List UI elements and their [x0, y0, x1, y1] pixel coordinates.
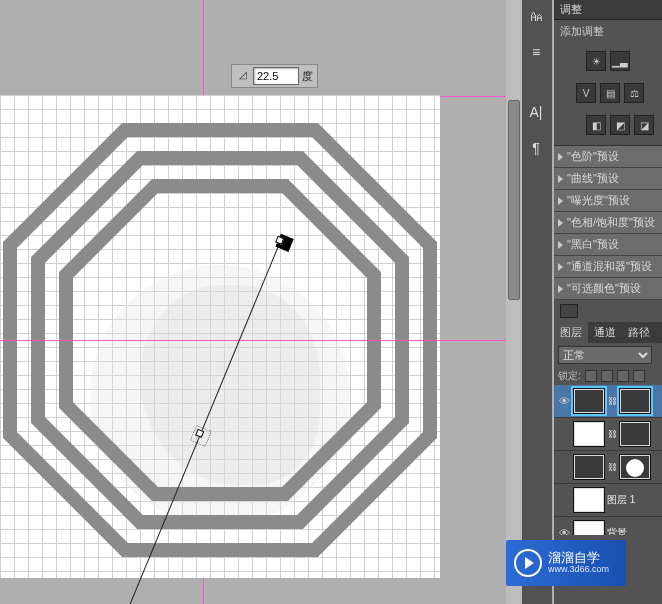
add-adjustment-label: 添加调整 [554, 20, 662, 43]
layer-row[interactable]: 图层 1 [554, 484, 662, 517]
blend-mode-select[interactable]: 正常 [558, 346, 652, 364]
preset-curves[interactable]: "曲线"预设 [554, 168, 662, 190]
adjustments-panel-title: 调整 [554, 0, 662, 20]
canvas-viewport: ◿ 度 [0, 0, 506, 604]
levels-icon[interactable]: ▁▃ [610, 51, 630, 71]
lock-position-icon[interactable] [617, 370, 629, 382]
layer-mask-thumbnail[interactable] [619, 388, 651, 414]
visibility-toggle[interactable] [557, 427, 571, 441]
layer-row[interactable]: 👁 背景 [554, 517, 662, 535]
layer-mask-thumbnail[interactable] [619, 454, 651, 480]
preset-exposure[interactable]: "曝光度"预设 [554, 190, 662, 212]
disclosure-icon [558, 263, 563, 271]
rotation-field: ◿ 度 [231, 64, 318, 88]
preset-label: "色相/饱和度"预设 [567, 215, 655, 230]
transform-center-point[interactable] [195, 429, 204, 438]
mask-link-icon[interactable]: ⛓ [607, 429, 617, 439]
layer-row[interactable]: ⛓ [554, 418, 662, 451]
tab-paths[interactable]: 路径 [622, 322, 656, 343]
photo-filter-icon[interactable]: ◩ [610, 115, 630, 135]
layer-name: 背景 [607, 526, 627, 535]
visibility-toggle[interactable] [557, 460, 571, 474]
pilcrow-icon[interactable]: ¶ [524, 136, 548, 160]
layer-row[interactable]: ⛓ [554, 451, 662, 484]
play-icon [514, 549, 542, 577]
character-panel-icon[interactable]: 🗛 [524, 4, 548, 28]
layers-list: 👁 ⛓ ⛓ ⛓ 图层 1 👁 背景 [554, 385, 662, 535]
disclosure-icon [558, 241, 563, 249]
blend-mode-row: 正常 [554, 343, 662, 367]
preset-levels[interactable]: "色阶"预设 [554, 146, 662, 168]
adjustment-presets-list: "色阶"预设 "曲线"预设 "曝光度"预设 "色相/饱和度"预设 "黑白"预设 … [554, 145, 662, 300]
layer-thumbnail[interactable] [573, 487, 605, 513]
tab-channels[interactable]: 通道 [588, 322, 622, 343]
layer-name: 图层 1 [607, 493, 635, 507]
preset-label: "曲线"预设 [567, 171, 619, 186]
invert-icon[interactable]: ◪ [634, 115, 654, 135]
document-canvas[interactable] [0, 95, 440, 578]
disclosure-icon [558, 153, 563, 161]
lock-transparency-icon[interactable] [585, 370, 597, 382]
vibrance-icon[interactable]: V [576, 83, 596, 103]
adjustment-icons-row-3: ◧ ◩ ◪ [554, 107, 662, 139]
gradient-map-icon[interactable]: ▤ [600, 83, 620, 103]
disclosure-icon [558, 175, 563, 183]
mask-link-icon[interactable]: ⛓ [607, 462, 617, 472]
adjustments-footer [554, 300, 662, 322]
watermark-url: www.3d66.com [548, 565, 609, 575]
rotation-input[interactable] [253, 67, 299, 85]
disclosure-icon [558, 285, 563, 293]
preset-bw[interactable]: "黑白"预设 [554, 234, 662, 256]
visibility-toggle[interactable] [557, 493, 571, 507]
preset-label: "通道混和器"预设 [567, 259, 652, 274]
brightness-contrast-icon[interactable]: ☀ [586, 51, 606, 71]
footer-icon[interactable] [560, 304, 578, 318]
watermark-badge: 溜溜自学 www.3d66.com [506, 540, 626, 586]
preset-label: "可选颜色"预设 [567, 281, 641, 296]
mask-link-icon[interactable]: ⛓ [607, 396, 617, 406]
collapsed-panel-dock: 🗛 ≡ A| ¶ [522, 0, 552, 604]
layer-thumbnail[interactable] [573, 454, 605, 480]
layer-mask-thumbnail[interactable] [619, 421, 651, 447]
watermark-title: 溜溜自学 [548, 551, 609, 565]
right-panel-column: 调整 添加调整 ☀ ▁▃ V ▤ ⚖ ◧ ◩ ◪ "色阶"预设 "曲线"预设 "… [554, 0, 662, 604]
tab-layers[interactable]: 图层 [554, 322, 588, 343]
lock-all-icon[interactable] [633, 370, 645, 382]
scrollbar-thumb[interactable] [508, 100, 520, 300]
visibility-toggle[interactable]: 👁 [557, 394, 571, 408]
layer-thumbnail[interactable] [573, 388, 605, 414]
adjustment-icons-row-1: ☀ ▁▃ [554, 43, 662, 75]
typography-panel-icon[interactable]: A| [524, 100, 548, 124]
paragraph-panel-icon[interactable]: ≡ [524, 40, 548, 64]
disclosure-icon [558, 197, 563, 205]
lock-pixels-icon[interactable] [601, 370, 613, 382]
disclosure-icon [558, 219, 563, 227]
color-balance-icon[interactable]: ⚖ [624, 83, 644, 103]
layers-panel-tabs: 图层 通道 路径 [554, 322, 662, 343]
adjustment-icons-row-2: V ▤ ⚖ [554, 75, 662, 107]
preset-selective-color[interactable]: "可选颜色"预设 [554, 278, 662, 300]
black-white-icon[interactable]: ◧ [586, 115, 606, 135]
layer-thumbnail[interactable] [573, 421, 605, 447]
lock-label: 锁定: [558, 369, 581, 383]
preset-label: "色阶"预设 [567, 149, 619, 164]
preset-channel-mixer[interactable]: "通道混和器"预设 [554, 256, 662, 278]
lock-row: 锁定: [554, 367, 662, 385]
preset-hue-sat[interactable]: "色相/饱和度"预设 [554, 212, 662, 234]
preset-label: "黑白"预设 [567, 237, 619, 252]
rotation-unit: 度 [302, 69, 313, 84]
layer-row[interactable]: 👁 ⛓ [554, 385, 662, 418]
angle-icon: ◿ [236, 69, 250, 83]
layer-thumbnail[interactable] [573, 520, 605, 535]
canvas-vertical-scrollbar[interactable] [506, 0, 522, 604]
visibility-toggle[interactable]: 👁 [557, 526, 571, 535]
preset-label: "曝光度"预设 [567, 193, 630, 208]
